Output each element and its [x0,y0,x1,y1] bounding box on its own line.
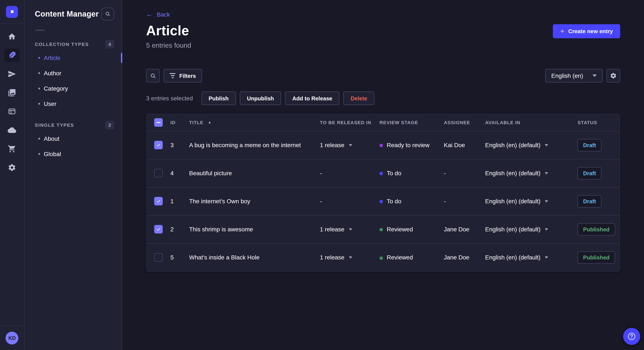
add-to-release-button[interactable]: Add to Release [285,91,340,105]
sidebar-item-label: Author [44,70,62,77]
table-row[interactable]: 4 Beautiful picture - To do - English (e… [146,159,620,187]
sidebar-item-user[interactable]: User [25,96,122,111]
row-available-in[interactable]: English (en) (default) [485,215,578,243]
row-title: This shrimp is awesome [189,215,320,243]
row-to-be-released-in: - [320,159,380,187]
table-row[interactable]: 3 A bug is becoming a meme on the intern… [146,131,620,159]
row-status-cell: Published [578,215,620,243]
page-title: Article [146,23,191,39]
marketplace-cart-icon[interactable] [4,142,20,156]
filter-icon [170,73,176,78]
section-count-badge: 2 [105,121,114,129]
chevron-down-icon [545,200,548,202]
sidebar-item-global[interactable]: Global [25,146,122,162]
help-question-icon [627,332,636,341]
table-row[interactable]: 2 This shrimp is awesome 1 release Revie… [146,215,620,243]
row-select-cell [146,131,170,159]
home-icon[interactable] [4,30,20,43]
chevron-down-icon [545,172,548,174]
content-manager-icon[interactable] [4,48,20,62]
media-library-icon[interactable] [4,86,20,100]
selection-summary: 3 entries selected [146,95,193,102]
column-header-title[interactable]: TITLE ▲ [189,114,320,131]
column-header-assignee: ASSIGNEE [444,114,485,131]
locale-select[interactable]: English (en) [546,69,603,82]
sidebar-item-about[interactable]: About [25,131,122,146]
row-checkbox[interactable] [154,253,163,262]
row-assignee: - [444,187,485,215]
table-row[interactable]: 5 What's inside a Black Hole 1 release R… [146,243,620,271]
view-settings-button[interactable] [606,69,620,82]
search-button[interactable] [146,69,160,82]
stage-dot-icon [380,228,383,232]
stage-dot-icon [380,172,383,175]
releases-icon[interactable] [4,67,20,81]
row-review-stage: Reviewed [380,215,444,243]
table-row[interactable]: 1 The internet's Own boy - To do - Engli… [146,187,620,215]
sidebar-item-category[interactable]: Category [25,81,122,96]
settings-gear-icon[interactable] [4,161,20,174]
row-select-cell [146,187,170,215]
chevron-down-icon [348,256,352,259]
subnav-search-button[interactable] [101,8,114,20]
stage-dot-icon [380,256,383,260]
section-label: COLLECTION TYPES [35,42,89,47]
help-button[interactable] [623,328,640,345]
row-review-stage: To do [380,159,444,187]
create-new-entry-button[interactable]: + Create new entry [553,24,620,38]
entries-table-card: ID TITLE ▲ TO BE RELEASED IN REVIEW STAG… [146,114,620,272]
sort-asc-icon: ▲ [208,120,212,124]
row-assignee: - [444,159,485,187]
row-to-be-released-in[interactable]: 1 release [320,243,380,271]
column-header-status: STATUS [578,114,620,131]
status-badge: Draft [578,167,602,179]
column-header-id[interactable]: ID [170,114,189,131]
user-avatar[interactable]: KD [6,332,18,344]
locale-select-value: English (en) [551,72,583,79]
row-checkbox[interactable] [154,141,163,149]
sidebar-item-article[interactable]: Article [25,50,122,65]
table-body: 3 A bug is becoming a meme on the intern… [146,131,620,271]
chevron-down-icon [545,228,548,230]
column-header-available-in: AVAILABLE IN [485,114,578,131]
row-to-be-released-in[interactable]: 1 release [320,215,380,243]
row-select-cell [146,159,170,187]
search-icon [150,72,156,79]
sidebar-item-author[interactable]: Author [25,65,122,81]
create-new-entry-label: Create new entry [568,28,613,34]
entries-table: ID TITLE ▲ TO BE RELEASED IN REVIEW STAG… [146,114,620,271]
bullet-icon [38,57,40,59]
row-review-stage: To do [380,187,444,215]
publish-button[interactable]: Publish [201,91,236,105]
strapi-logo-icon[interactable] [6,6,18,18]
row-available-in[interactable]: English (en) (default) [485,243,578,271]
chevron-down-icon [545,256,548,259]
row-title: A bug is becoming a meme on the internet [189,131,320,159]
row-available-in[interactable]: English (en) (default) [485,187,578,215]
bullet-icon [38,103,40,105]
row-available-in[interactable]: English (en) (default) [485,131,578,159]
row-status-cell: Draft [578,159,620,187]
filters-button[interactable]: Filters [164,69,202,82]
row-available-in[interactable]: English (en) (default) [485,159,578,187]
row-checkbox[interactable] [154,169,163,177]
section-collection-types: COLLECTION TYPES 4 Article Author Catego… [25,40,122,111]
strapi-admin: KD Content Manager COLLECTION TYPES 4 [0,0,644,350]
chevron-down-icon [348,144,352,146]
back-link[interactable]: ← Back [146,11,170,18]
main-content: ← Back Article 5 entries found + Create … [122,0,644,350]
row-review-stage: Reviewed [380,243,444,271]
row-title: The internet's Own boy [189,187,320,215]
select-all-checkbox[interactable] [154,118,163,127]
unpublish-button[interactable]: Unpublish [240,91,281,105]
back-arrow-icon: ← [146,11,153,18]
row-checkbox[interactable] [154,225,163,233]
row-to-be-released-in[interactable]: 1 release [320,131,380,159]
column-header-review-stage: REVIEW STAGE [380,114,444,131]
column-header-title-label: TITLE [189,120,204,125]
deploy-cloud-icon[interactable] [4,123,20,137]
row-checkbox[interactable] [154,197,163,205]
content-type-builder-icon[interactable] [4,105,20,118]
delete-button[interactable]: Delete [343,91,374,105]
row-review-stage: Ready to review [380,131,444,159]
